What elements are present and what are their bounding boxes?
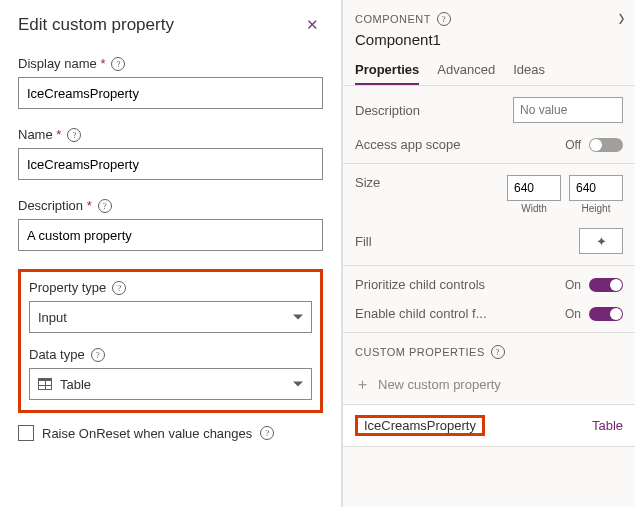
help-icon[interactable]: ?: [111, 57, 125, 71]
description-label: Description *: [18, 198, 92, 213]
close-icon[interactable]: ✕: [302, 14, 323, 36]
height-input[interactable]: [569, 175, 623, 201]
raise-onreset-checkbox[interactable]: [18, 425, 34, 441]
tab-ideas[interactable]: Ideas: [513, 58, 545, 85]
highlight-box-small: IceCreamsProperty: [355, 415, 485, 436]
property-type-label: Property type: [29, 280, 106, 295]
help-icon[interactable]: ?: [260, 426, 274, 440]
custom-property-name: IceCreamsProperty: [364, 418, 476, 433]
width-sublabel: Width: [521, 203, 547, 214]
access-app-scope-toggle[interactable]: [589, 138, 623, 152]
description-prop-label: Description: [355, 103, 420, 118]
name-input[interactable]: [18, 148, 323, 180]
tab-properties[interactable]: Properties: [355, 58, 419, 85]
raise-onreset-label: Raise OnReset when value changes: [42, 426, 252, 441]
help-icon[interactable]: ?: [112, 281, 126, 295]
dialog-title: Edit custom property: [18, 15, 174, 35]
property-type-select[interactable]: Input: [29, 301, 312, 333]
enable-child-value: On: [565, 307, 581, 321]
data-type-select[interactable]: Table: [29, 368, 312, 400]
access-app-scope-value: Off: [565, 138, 581, 152]
custom-properties-header: CUSTOM PROPERTIES: [355, 346, 485, 358]
access-app-scope-label: Access app scope: [355, 137, 461, 152]
display-name-input[interactable]: [18, 77, 323, 109]
new-custom-property-button[interactable]: ＋ New custom property: [343, 369, 635, 404]
description-prop-input[interactable]: [513, 97, 623, 123]
property-type-value: Input: [38, 310, 67, 325]
custom-property-row[interactable]: IceCreamsProperty Table: [343, 404, 635, 447]
component-name: Component1: [343, 31, 635, 58]
chevron-down-icon: [293, 315, 303, 320]
custom-property-type: Table: [592, 418, 623, 433]
help-icon[interactable]: ?: [67, 128, 81, 142]
highlight-box: Property type ? Input Data type ? Table: [18, 269, 323, 413]
new-custom-property-label: New custom property: [378, 377, 501, 392]
chevron-down-icon: [293, 382, 303, 387]
help-icon[interactable]: ?: [491, 345, 505, 359]
table-icon: [38, 378, 52, 390]
size-label: Size: [355, 175, 380, 190]
enable-child-toggle[interactable]: [589, 307, 623, 321]
fill-label: Fill: [355, 234, 372, 249]
component-panel: COMPONENT ? › Component1 Properties Adva…: [342, 0, 635, 507]
chevron-right-icon[interactable]: ›: [619, 4, 626, 33]
name-label: Name *: [18, 127, 61, 142]
display-name-label: Display name *: [18, 56, 105, 71]
height-sublabel: Height: [582, 203, 611, 214]
width-input[interactable]: [507, 175, 561, 201]
prioritize-toggle[interactable]: [589, 278, 623, 292]
tab-advanced[interactable]: Advanced: [437, 58, 495, 85]
paint-icon: ✦: [596, 234, 607, 249]
edit-property-dialog: Edit custom property ✕ Display name * ? …: [0, 0, 342, 507]
prioritize-label: Prioritize child controls: [355, 277, 485, 292]
help-icon[interactable]: ?: [437, 12, 451, 26]
data-type-label: Data type: [29, 347, 85, 362]
prioritize-value: On: [565, 278, 581, 292]
help-icon[interactable]: ?: [98, 199, 112, 213]
help-icon[interactable]: ?: [91, 348, 105, 362]
description-input[interactable]: [18, 219, 323, 251]
plus-icon: ＋: [355, 375, 370, 394]
fill-swatch[interactable]: ✦: [579, 228, 623, 254]
enable-child-label: Enable child control f...: [355, 306, 487, 321]
data-type-value: Table: [60, 377, 91, 392]
component-header-label: COMPONENT: [355, 13, 431, 25]
